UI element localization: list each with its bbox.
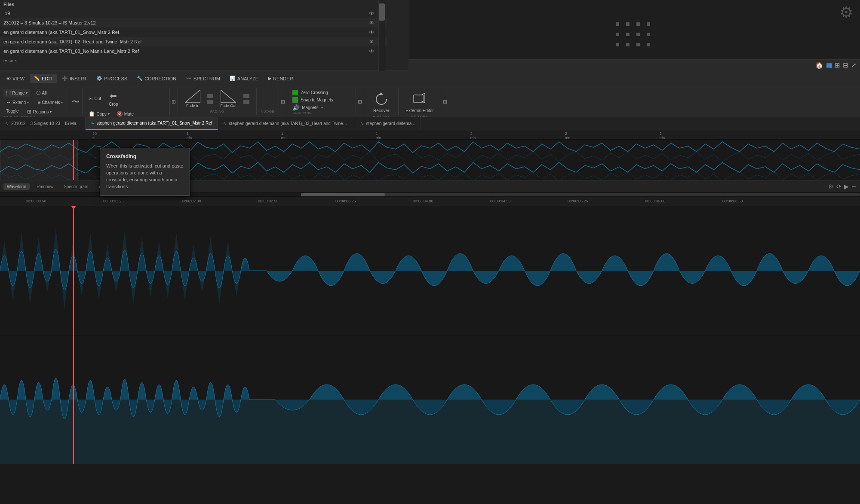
fade-in-button[interactable]: Fade In [185,90,200,108]
svg-rect-6 [0,140,77,180]
eye-icon[interactable]: 👁 [369,10,375,17]
all-button[interactable]: ⬡ All [34,89,49,97]
fade-ctrl-3[interactable] [243,94,249,98]
file-item[interactable]: en gerard dietemann (aka TART)_01_Snow_M… [0,27,387,37]
menu-item-correction[interactable]: 🔧 CORRECTION [132,74,181,83]
copy-icon: 📋 [89,111,95,117]
play-icon[interactable]: ▶ [844,183,849,190]
fade-out-button[interactable]: Fade Out [220,90,236,108]
tab-1[interactable]: ∿ 231012 – 3 Singles 10-23 – IS Ma... [0,117,86,130]
toolbar-group-fading: Fade In Fade Out FADING [178,88,257,115]
regions-button[interactable]: ⊞ Regions ▾ [25,108,54,116]
expand-icon-2[interactable]: ⊞ [281,99,285,105]
fade-ctrl-1[interactable] [207,94,213,98]
menu-item-render[interactable]: ▶ RENDER [264,74,297,83]
crop-button[interactable]: ⬅ Crop [105,89,122,108]
tab-4[interactable]: ∿ stephen gerard dietema... [355,117,421,130]
dot [636,33,640,36]
fade-out-icon [221,90,236,103]
file-item[interactable]: essors [0,56,387,65]
correction-icon: 🔧 [137,76,143,81]
zero-crossing-checkbox[interactable] [292,90,298,95]
fade-in-label: Fade In [186,104,200,108]
gear-icon[interactable]: ⚙ [839,3,853,21]
expand-icon[interactable]: ⤢ [851,61,857,69]
magnets-label: Magnets [302,105,318,110]
magnets-dropdown[interactable]: ▾ [321,106,323,110]
cut-icon: ✂ [89,96,93,102]
snap-to-magnets-checkbox[interactable] [292,97,298,103]
all-icon: ⬡ [36,90,40,96]
spectrum-icon: 〰️ [186,76,192,81]
menu-item-process[interactable]: ⚙️ PROCESS [92,74,132,83]
eye-icon[interactable]: 👁 [369,39,375,45]
file-name: en gerard dietemann (aka TART)_02_Heart … [3,39,369,44]
file-item[interactable]: .19 👁 ⏱ [0,9,387,18]
menu-item-edit[interactable]: ✏️ EDIT [30,74,57,83]
panel-icon[interactable]: ⊟ [843,61,848,69]
nav-icon[interactable]: ⊢ [851,183,857,190]
file-item[interactable]: 231012 – 3 Singles 10-23 – IS Master 2.v… [0,18,387,27]
tabs-row: ∿ 231012 – 3 Singles 10-23 – IS Ma... ∿ … [0,117,860,130]
recover-button[interactable]: Recover [372,90,391,115]
tab-3[interactable]: ∿ stephen gerard dietemann (aka TART)_02… [218,117,355,130]
cut-button[interactable]: ✂ Cut [86,95,104,103]
dot [647,43,650,46]
menu-item-spectrum[interactable]: 〰️ SPECTRUM [181,74,224,83]
ruler-mark-9: 00:00:06.50 [722,198,743,203]
fade-ctrl-4[interactable] [243,100,249,104]
snapping-label: SNAPPING [292,111,350,115]
main-waveform[interactable] [0,206,860,464]
sync-icon[interactable]: ⟳ [836,183,842,190]
menu-item-view[interactable]: 👁 VIEW [2,74,29,83]
insert-icon: ➕ [62,76,68,81]
fade-ctrl-2[interactable] [207,100,213,104]
toolbar-group-time-selection: ⬚ Range ▾ ⬡ All ↔ Extend ▾ ≡ Channels ▾ [0,88,69,115]
eye-icon[interactable]: 👁 [369,29,375,36]
edit-icon: ✏️ [34,76,40,81]
crossfading-tooltip-title: Crossfading [106,153,184,159]
dot [626,33,630,36]
expand-icon-4[interactable]: ⊞ [443,99,447,105]
view-tab-waveform[interactable]: Waveform [3,183,30,190]
dropdown-icon: ▾ [50,110,52,114]
dropdown-icon: ▾ [108,112,110,116]
dot [616,22,619,26]
expand-icon[interactable]: ⊞ [172,99,176,105]
zero-crossing-label: Zero-Crossing [301,90,328,95]
grid-icon[interactable]: ▦ [826,61,832,69]
snap-to-magnets-label: Snap to Magnets [301,98,333,102]
magnets-icon: 🔊 [292,104,299,111]
home-icon[interactable]: 🏠 [815,61,823,69]
wave-icon-3: ∿ [223,121,227,126]
layout-icon[interactable]: ⊞ [835,61,840,69]
file-name: en gerard dietemann (aka TART)_01_Snow_M… [3,30,369,35]
range-button[interactable]: ⬚ Range ▾ [3,89,30,97]
small-icon-area-3: ⊞ [356,88,364,115]
view-tab-spectrogram[interactable]: Spectrogram [60,183,92,190]
menu-item-analyze[interactable]: 📊 ANALYZE [225,74,263,83]
file-item[interactable]: en gerard dietemann (aka TART)_02_Heart … [0,37,387,46]
dot [647,33,650,36]
file-item[interactable]: en gerard dietemann (aka TART)_03_No Man… [0,46,387,56]
view-tab-rainbow[interactable]: Rainbow [33,183,57,190]
crossfading-tooltip: Crossfading When this is activated, cut … [100,148,190,196]
expand-icon-3[interactable]: ⊞ [358,99,362,105]
ruler-mark-2: 00:00:02.00 [181,198,201,203]
svg-marker-0 [185,90,200,103]
eye-icon[interactable]: 👁 [369,48,375,55]
tab-2[interactable]: ∿ stephen gerard dietemann (aka TART)_01… [86,117,218,130]
eye-icon[interactable]: 👁 [369,20,375,26]
settings-icon[interactable]: ⚙ [828,183,834,190]
menu-item-insert[interactable]: ➕ INSERT [58,74,91,83]
extend-button[interactable]: ↔ Extend ▾ [3,98,31,106]
external-editor-button[interactable]: External Editor [404,90,436,115]
toggle-button[interactable]: Toggle [3,108,21,116]
dot [626,43,630,46]
copy-button[interactable]: 📋 Copy ▾ [86,110,112,117]
channels-button[interactable]: ≡ Channels ▾ [35,98,65,106]
view-icon: 👁 [6,76,11,81]
small-icon-area: ⊞ [170,88,178,115]
dropdown-icon: ▾ [26,91,28,95]
mute-button[interactable]: 🔇 Mute [114,110,136,117]
